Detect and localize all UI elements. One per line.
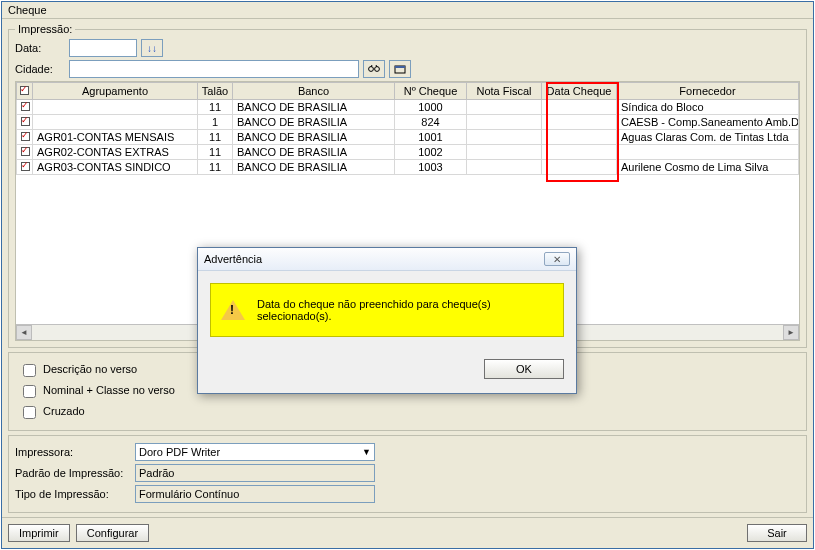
cell-nota [467,160,542,175]
cell-ncheque: 1000 [395,100,467,115]
cidade-input[interactable] [69,60,359,78]
cell-agrupamento [33,115,198,130]
header-banco[interactable]: Banco [233,83,395,100]
impressao-legend: Impressão: [15,23,75,35]
opt-cruzado[interactable]: Cruzado [19,403,796,422]
header-datacheque[interactable]: Data Cheque [542,83,617,100]
cell-datacheque [542,130,617,145]
table-header-row: Agrupamento Talão Banco Nº Cheque Nota F… [17,83,799,100]
cell-datacheque [542,115,617,130]
row-checkbox[interactable] [17,145,33,160]
row-checkbox[interactable] [17,130,33,145]
header-talao[interactable]: Talão [198,83,233,100]
warning-dialog: Advertência ✕ Data do cheque não preench… [197,247,577,394]
checkbox-nominal[interactable] [23,385,36,398]
cell-talao: 11 [198,160,233,175]
checkbox-descricao[interactable] [23,364,36,377]
cell-datacheque [542,100,617,115]
cell-banco: BANCO DE BRASILIA [233,160,395,175]
imprimir-button[interactable]: Imprimir [8,524,70,542]
sort-down-icon[interactable]: ↓↓ [141,39,163,57]
cell-ncheque: 824 [395,115,467,130]
header-ncheque[interactable]: Nº Cheque [395,83,467,100]
dialog-message: Data do cheque não preenchido para chequ… [257,298,553,322]
printer-group: Impressora: Doro PDF Writer ▼ Padrão de … [8,435,807,513]
footer-bar: Imprimir Configurar Sair [2,517,813,548]
dialog-title: Advertência [204,253,262,265]
warning-icon [221,300,245,320]
cell-ncheque: 1002 [395,145,467,160]
impressora-label: Impressora: [15,446,135,458]
tipo-value: Formulário Contínuo [139,488,239,500]
cell-banco: BANCO DE BRASILIA [233,115,395,130]
header-nota[interactable]: Nota Fiscal [467,83,542,100]
table-row[interactable]: AGR03-CONTAS SINDICO11BANCO DE BRASILIA1… [17,160,799,175]
table-row[interactable]: AGR01-CONTAS MENSAIS11BANCO DE BRASILIA1… [17,130,799,145]
opt-nominal-label: Nominal + Classe no verso [43,384,175,396]
cell-ncheque: 1003 [395,160,467,175]
cheque-window: Cheque Impressão: Data: ↓↓ Cidade: [1,1,814,549]
cell-agrupamento: AGR01-CONTAS MENSAIS [33,130,198,145]
cell-fornecedor: Aurilene Cosmo de Lima Silva [617,160,799,175]
sair-button[interactable]: Sair [747,524,807,542]
padrao-field: Padrão [135,464,375,482]
row-checkbox[interactable] [17,115,33,130]
alert-band: Data do cheque não preenchido para chequ… [210,283,564,337]
cell-agrupamento [33,100,198,115]
cell-nota [467,115,542,130]
data-input[interactable] [69,39,137,57]
cell-banco: BANCO DE BRASILIA [233,130,395,145]
dialog-titlebar: Advertência ✕ [198,248,576,271]
window-title: Cheque [2,2,813,19]
cell-agrupamento: AGR02-CONTAS EXTRAS [33,145,198,160]
svg-point-0 [369,67,374,72]
close-icon[interactable]: ✕ [544,252,570,266]
table-row[interactable]: AGR02-CONTAS EXTRAS11BANCO DE BRASILIA10… [17,145,799,160]
data-label: Data: [15,42,65,54]
header-check-all[interactable] [17,83,33,100]
cell-talao: 11 [198,145,233,160]
table-row[interactable]: 11BANCO DE BRASILIA1000Síndica do Bloco [17,100,799,115]
cell-fornecedor: Síndica do Bloco [617,100,799,115]
cell-nota [467,100,542,115]
padrao-label: Padrão de Impressão: [15,467,135,479]
checkbox-cruzado[interactable] [23,406,36,419]
chevron-down-icon: ▼ [362,447,371,457]
impressora-select[interactable]: Doro PDF Writer ▼ [135,443,375,461]
cell-talao: 11 [198,100,233,115]
row-checkbox[interactable] [17,160,33,175]
tipo-label: Tipo de Impressão: [15,488,135,500]
cell-fornecedor: CAESB - Comp.Saneamento Amb.DF [617,115,799,130]
cell-banco: BANCO DE BRASILIA [233,100,395,115]
cell-banco: BANCO DE BRASILIA [233,145,395,160]
cell-fornecedor [617,145,799,160]
cell-ncheque: 1001 [395,130,467,145]
opt-cruzado-label: Cruzado [43,405,85,417]
cell-fornecedor: Aguas Claras Com. de Tintas Ltda [617,130,799,145]
header-fornecedor[interactable]: Fornecedor [617,83,799,100]
tipo-field: Formulário Contínuo [135,485,375,503]
configurar-button[interactable]: Configurar [76,524,149,542]
cell-talao: 11 [198,130,233,145]
binoculars-icon[interactable] [363,60,385,78]
scroll-right-icon[interactable]: ► [783,325,799,340]
padrao-value: Padrão [139,467,174,479]
svg-rect-3 [395,66,405,68]
ok-button[interactable]: OK [484,359,564,379]
cell-datacheque [542,160,617,175]
table-row[interactable]: 1BANCO DE BRASILIA824CAESB - Comp.Saneam… [17,115,799,130]
cell-nota [467,145,542,160]
cidade-label: Cidade: [15,63,65,75]
cell-nota [467,130,542,145]
cell-talao: 1 [198,115,233,130]
header-agrupamento[interactable]: Agrupamento [33,83,198,100]
row-checkbox[interactable] [17,100,33,115]
svg-point-1 [375,67,380,72]
cell-agrupamento: AGR03-CONTAS SINDICO [33,160,198,175]
cell-datacheque [542,145,617,160]
scroll-left-icon[interactable]: ◄ [16,325,32,340]
opt-descricao-label: Descrição no verso [43,363,137,375]
impressora-value: Doro PDF Writer [139,446,220,458]
card-icon[interactable] [389,60,411,78]
